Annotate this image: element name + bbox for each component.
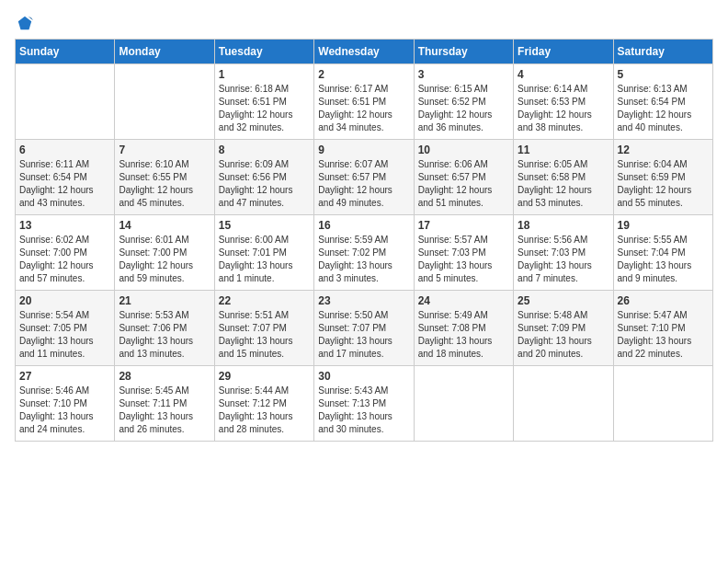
- cell-details: Sunrise: 6:00 AM Sunset: 7:01 PM Dayligh…: [219, 234, 310, 285]
- day-number: 5: [618, 68, 709, 81]
- day-number: 10: [418, 144, 509, 156]
- day-number: 8: [219, 144, 310, 156]
- calendar-cell: [414, 366, 513, 442]
- day-number: 21: [119, 294, 210, 307]
- cell-details: Sunrise: 5:47 AM Sunset: 7:10 PM Dayligh…: [618, 309, 709, 361]
- cell-details: Sunrise: 6:01 AM Sunset: 7:00 PM Dayligh…: [119, 234, 210, 285]
- calendar-cell: 20Sunrise: 5:54 AM Sunset: 7:05 PM Dayli…: [16, 291, 115, 366]
- day-number: 18: [518, 219, 609, 232]
- day-header: Friday: [514, 40, 613, 64]
- day-number: 19: [618, 219, 709, 232]
- cell-details: Sunrise: 5:50 AM Sunset: 7:07 PM Dayligh…: [318, 309, 409, 361]
- calendar-week-row: 1Sunrise: 6:18 AM Sunset: 6:51 PM Daylig…: [16, 64, 713, 140]
- cell-details: Sunrise: 6:07 AM Sunset: 6:57 PM Dayligh…: [318, 158, 409, 210]
- calendar-cell: 9Sunrise: 6:07 AM Sunset: 6:57 PM Daylig…: [314, 140, 414, 215]
- day-number: 15: [219, 219, 310, 232]
- cell-details: Sunrise: 6:15 AM Sunset: 6:52 PM Dayligh…: [418, 83, 509, 134]
- calendar-week-row: 6Sunrise: 6:11 AM Sunset: 6:54 PM Daylig…: [16, 140, 713, 215]
- day-number: 11: [518, 144, 609, 156]
- cell-details: Sunrise: 5:46 AM Sunset: 7:10 PM Dayligh…: [19, 385, 110, 436]
- cell-details: Sunrise: 5:59 AM Sunset: 7:02 PM Dayligh…: [318, 234, 409, 285]
- cell-details: Sunrise: 5:56 AM Sunset: 7:03 PM Dayligh…: [518, 234, 609, 285]
- calendar-cell: [514, 366, 613, 442]
- day-number: 6: [19, 144, 110, 156]
- day-number: 23: [318, 294, 409, 307]
- day-number: 20: [19, 294, 110, 307]
- calendar-cell: 2Sunrise: 6:17 AM Sunset: 6:51 PM Daylig…: [314, 64, 414, 140]
- cell-details: Sunrise: 6:18 AM Sunset: 6:51 PM Dayligh…: [219, 83, 310, 134]
- calendar-cell: 26Sunrise: 5:47 AM Sunset: 7:10 PM Dayli…: [613, 291, 712, 366]
- calendar-cell: 16Sunrise: 5:59 AM Sunset: 7:02 PM Dayli…: [314, 215, 414, 291]
- logo: [15, 15, 33, 31]
- calendar-cell: [115, 64, 214, 140]
- calendar-cell: 30Sunrise: 5:43 AM Sunset: 7:13 PM Dayli…: [314, 366, 414, 442]
- cell-details: Sunrise: 6:05 AM Sunset: 6:58 PM Dayligh…: [518, 158, 609, 210]
- calendar-cell: 25Sunrise: 5:48 AM Sunset: 7:09 PM Dayli…: [514, 291, 613, 366]
- calendar-cell: 3Sunrise: 6:15 AM Sunset: 6:52 PM Daylig…: [414, 64, 513, 140]
- cell-details: Sunrise: 5:51 AM Sunset: 7:07 PM Dayligh…: [219, 309, 310, 361]
- calendar-cell: 11Sunrise: 6:05 AM Sunset: 6:58 PM Dayli…: [514, 140, 613, 215]
- cell-details: Sunrise: 5:43 AM Sunset: 7:13 PM Dayligh…: [318, 385, 409, 436]
- cell-details: Sunrise: 6:04 AM Sunset: 6:59 PM Dayligh…: [618, 158, 709, 210]
- calendar-cell: 23Sunrise: 5:50 AM Sunset: 7:07 PM Dayli…: [314, 291, 414, 366]
- cell-details: Sunrise: 5:55 AM Sunset: 7:04 PM Dayligh…: [618, 234, 709, 285]
- cell-details: Sunrise: 6:06 AM Sunset: 6:57 PM Dayligh…: [418, 158, 509, 210]
- day-number: 14: [119, 219, 210, 232]
- cell-details: Sunrise: 5:45 AM Sunset: 7:11 PM Dayligh…: [119, 385, 210, 436]
- calendar-cell: 28Sunrise: 5:45 AM Sunset: 7:11 PM Dayli…: [115, 366, 214, 442]
- cell-details: Sunrise: 6:11 AM Sunset: 6:54 PM Dayligh…: [19, 158, 110, 210]
- cell-details: Sunrise: 6:10 AM Sunset: 6:55 PM Dayligh…: [119, 158, 210, 210]
- cell-details: Sunrise: 5:48 AM Sunset: 7:09 PM Dayligh…: [518, 309, 609, 361]
- cell-details: Sunrise: 6:09 AM Sunset: 6:56 PM Dayligh…: [219, 158, 310, 210]
- calendar-cell: 8Sunrise: 6:09 AM Sunset: 6:56 PM Daylig…: [214, 140, 313, 215]
- day-header: Tuesday: [214, 40, 313, 64]
- day-number: 30: [318, 370, 409, 383]
- calendar-cell: [613, 366, 712, 442]
- calendar-cell: 10Sunrise: 6:06 AM Sunset: 6:57 PM Dayli…: [414, 140, 513, 215]
- calendar-week-row: 13Sunrise: 6:02 AM Sunset: 7:00 PM Dayli…: [16, 215, 713, 291]
- day-number: 27: [19, 370, 110, 383]
- cell-details: Sunrise: 5:57 AM Sunset: 7:03 PM Dayligh…: [418, 234, 509, 285]
- cell-details: Sunrise: 6:13 AM Sunset: 6:54 PM Dayligh…: [618, 83, 709, 134]
- day-number: 16: [318, 219, 409, 232]
- calendar-cell: 15Sunrise: 6:00 AM Sunset: 7:01 PM Dayli…: [214, 215, 313, 291]
- cell-details: Sunrise: 6:17 AM Sunset: 6:51 PM Dayligh…: [318, 83, 409, 134]
- calendar-cell: 6Sunrise: 6:11 AM Sunset: 6:54 PM Daylig…: [16, 140, 115, 215]
- day-number: 4: [518, 68, 609, 81]
- svg-marker-0: [18, 17, 31, 29]
- day-number: 22: [219, 294, 310, 307]
- day-header: Thursday: [414, 40, 513, 64]
- calendar-cell: 24Sunrise: 5:49 AM Sunset: 7:08 PM Dayli…: [414, 291, 513, 366]
- calendar-cell: 4Sunrise: 6:14 AM Sunset: 6:53 PM Daylig…: [514, 64, 613, 140]
- cell-details: Sunrise: 5:44 AM Sunset: 7:12 PM Dayligh…: [219, 385, 310, 436]
- calendar-week-row: 20Sunrise: 5:54 AM Sunset: 7:05 PM Dayli…: [16, 291, 713, 366]
- day-number: 17: [418, 219, 509, 232]
- calendar-cell: [16, 64, 115, 140]
- day-number: 9: [318, 144, 409, 156]
- day-number: 13: [19, 219, 110, 232]
- day-header: Sunday: [16, 40, 115, 64]
- day-header: Saturday: [613, 40, 712, 64]
- cell-details: Sunrise: 6:14 AM Sunset: 6:53 PM Dayligh…: [518, 83, 609, 134]
- calendar-cell: 29Sunrise: 5:44 AM Sunset: 7:12 PM Dayli…: [214, 366, 313, 442]
- calendar-cell: 5Sunrise: 6:13 AM Sunset: 6:54 PM Daylig…: [613, 64, 712, 140]
- day-number: 3: [418, 68, 509, 81]
- logo-icon: [17, 15, 33, 31]
- calendar-cell: 22Sunrise: 5:51 AM Sunset: 7:07 PM Dayli…: [214, 291, 313, 366]
- calendar-cell: 7Sunrise: 6:10 AM Sunset: 6:55 PM Daylig…: [115, 140, 214, 215]
- cell-details: Sunrise: 6:02 AM Sunset: 7:00 PM Dayligh…: [19, 234, 110, 285]
- calendar-cell: 13Sunrise: 6:02 AM Sunset: 7:00 PM Dayli…: [16, 215, 115, 291]
- calendar-cell: 1Sunrise: 6:18 AM Sunset: 6:51 PM Daylig…: [214, 64, 313, 140]
- calendar-cell: 17Sunrise: 5:57 AM Sunset: 7:03 PM Dayli…: [414, 215, 513, 291]
- calendar-cell: 12Sunrise: 6:04 AM Sunset: 6:59 PM Dayli…: [613, 140, 712, 215]
- calendar-cell: 14Sunrise: 6:01 AM Sunset: 7:00 PM Dayli…: [115, 215, 214, 291]
- day-number: 24: [418, 294, 509, 307]
- calendar-table: SundayMondayTuesdayWednesdayThursdayFrid…: [15, 39, 713, 442]
- day-number: 12: [618, 144, 709, 156]
- calendar-cell: 21Sunrise: 5:53 AM Sunset: 7:06 PM Dayli…: [115, 291, 214, 366]
- day-number: 28: [119, 370, 210, 383]
- day-number: 7: [119, 144, 210, 156]
- cell-details: Sunrise: 5:53 AM Sunset: 7:06 PM Dayligh…: [119, 309, 210, 361]
- page-header: [15, 15, 713, 31]
- day-header: Wednesday: [314, 40, 414, 64]
